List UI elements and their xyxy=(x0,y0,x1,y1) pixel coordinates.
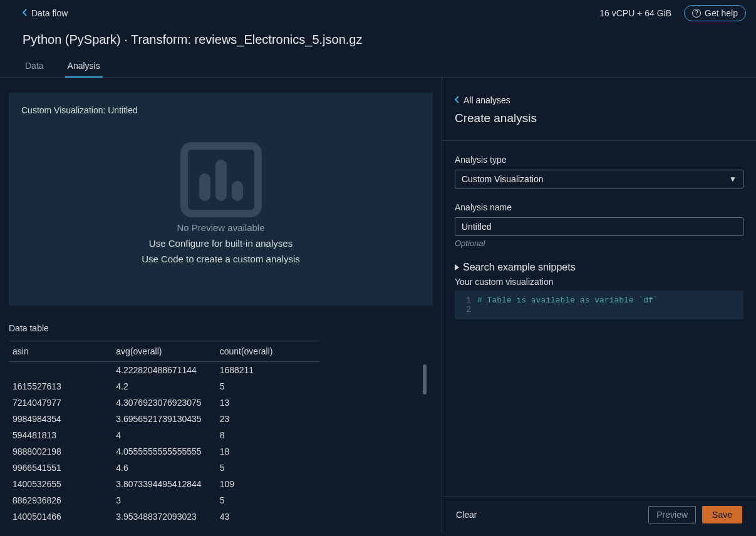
analysis-type-select[interactable]: Custom Visualization ▼ xyxy=(455,170,743,188)
main-split: Custom Visualization: Untitled No Previe… xyxy=(0,78,756,532)
data-table-label: Data table xyxy=(9,323,433,333)
save-button[interactable]: Save xyxy=(702,506,742,523)
hint-configure-text: Use Configure for built-in analyses xyxy=(149,238,293,249)
table-row[interactable]: 886293682635 xyxy=(9,492,319,508)
search-snippets-label: Search example snippets xyxy=(463,262,576,273)
table-cell: 4.0555555555555555 xyxy=(112,443,215,460)
optional-hint: Optional xyxy=(455,239,743,248)
column-header[interactable]: asin xyxy=(9,341,112,362)
data-table: asin avg(overall) count(overall) 4.22282… xyxy=(9,341,319,525)
help-icon: ? xyxy=(692,9,701,18)
chevron-left-icon xyxy=(455,95,460,105)
table-cell: 18 xyxy=(216,443,319,460)
table-cell: 8862936826 xyxy=(9,492,112,508)
table-cell: 9888002198 xyxy=(9,443,112,460)
table-cell: 4.3076923076923075 xyxy=(112,394,215,411)
chevron-left-icon xyxy=(23,8,28,18)
table-row[interactable]: 14005326553.8073394495412844109 xyxy=(9,476,319,492)
table-cell: 3 xyxy=(112,492,215,508)
table-cell: 9966541551 xyxy=(9,460,112,476)
svg-rect-3 xyxy=(232,181,243,201)
top-right-group: 16 vCPU + 64 GiB ? Get help xyxy=(599,5,746,21)
table-row[interactable]: 14005014663.95348837209302343 xyxy=(9,508,319,525)
table-cell: 5 xyxy=(216,460,319,476)
tabs: Data Analysis xyxy=(0,56,756,78)
table-cell: 1615527613 xyxy=(9,378,112,394)
table-row[interactable]: 99849843543.695652173913043523 xyxy=(9,411,319,427)
table-cell: 1400532655 xyxy=(9,476,112,492)
triangle-right-icon xyxy=(455,264,459,271)
chevron-down-icon: ▼ xyxy=(729,175,737,183)
table-row[interactable]: 98880021984.055555555555555518 xyxy=(9,443,319,460)
table-row[interactable]: 16155276134.25 xyxy=(9,378,319,394)
help-label: Get help xyxy=(705,8,738,18)
right-pane: All analyses Create analysis Analysis ty… xyxy=(442,78,756,532)
table-row[interactable]: 99665415514.65 xyxy=(9,460,319,476)
table-row[interactable]: 72140479774.307692307692307513 xyxy=(9,394,319,411)
table-cell: 4.222820488671144 xyxy=(112,362,215,379)
preview-button[interactable]: Preview xyxy=(648,506,696,523)
custom-viz-label: Your custom visualization xyxy=(455,277,743,287)
table-cell: 5 xyxy=(216,492,319,508)
code-editor[interactable]: 1 # Table is available as variable `df` … xyxy=(455,291,743,319)
table-cell: 8 xyxy=(216,427,319,443)
right-buttons: Preview Save xyxy=(648,506,742,523)
table-cell: 3.8073394495412844 xyxy=(112,476,215,492)
analysis-type-value: Custom Visualization xyxy=(462,174,543,184)
table-cell: 1688211 xyxy=(216,362,319,379)
scrollbar[interactable] xyxy=(423,364,427,394)
table-cell xyxy=(9,362,112,379)
line-number: 1 xyxy=(455,296,477,305)
table-cell: 4.2 xyxy=(112,378,215,394)
tab-analysis[interactable]: Analysis xyxy=(65,56,103,77)
back-link-data-flow[interactable]: Data flow xyxy=(23,8,68,18)
table-cell: 1400501466 xyxy=(9,508,112,525)
table-cell: 9984984354 xyxy=(9,411,112,427)
bar-chart-icon xyxy=(180,142,262,217)
code-comment-line: # Table is available as variable `df` xyxy=(477,296,658,305)
svg-rect-1 xyxy=(199,173,210,201)
table-cell: 594481813 xyxy=(9,427,112,443)
line-number: 2 xyxy=(455,305,477,314)
column-header[interactable]: avg(overall) xyxy=(112,341,215,362)
no-preview-text: No Preview available xyxy=(177,222,264,233)
data-table-wrap: asin avg(overall) count(overall) 4.22282… xyxy=(9,341,433,525)
instance-config-text: 16 vCPU + 64 GiB xyxy=(599,8,671,18)
visualization-title: Custom Visualization: Untitled xyxy=(21,105,420,115)
table-cell: 23 xyxy=(216,411,319,427)
create-analysis-title: Create analysis xyxy=(455,111,743,125)
get-help-button[interactable]: ? Get help xyxy=(684,5,746,21)
tab-data[interactable]: Data xyxy=(23,56,46,77)
back-link-label: Data flow xyxy=(31,8,68,18)
page-title: Python (PySpark) · Transform: reviews_El… xyxy=(0,24,756,56)
table-cell: 4.6 xyxy=(112,460,215,476)
table-cell: 109 xyxy=(216,476,319,492)
table-header-row: asin avg(overall) count(overall) xyxy=(9,341,319,362)
all-analyses-label: All analyses xyxy=(463,95,510,105)
hint-code-text: Use Code to create a custom analysis xyxy=(142,254,300,264)
analysis-type-label: Analysis type xyxy=(455,155,743,165)
table-cell: 3.953488372093023 xyxy=(112,508,215,525)
table-cell: 3.6956521739130435 xyxy=(112,411,215,427)
svg-rect-2 xyxy=(215,160,227,201)
visualization-box: Custom Visualization: Untitled No Previe… xyxy=(9,93,433,306)
clear-button[interactable]: Clear xyxy=(456,510,477,520)
table-cell: 5 xyxy=(216,378,319,394)
left-pane: Custom Visualization: Untitled No Previe… xyxy=(0,78,442,532)
table-row[interactable]: 4.2228204886711441688211 xyxy=(9,362,319,379)
all-analyses-link[interactable]: All analyses xyxy=(455,95,743,105)
table-row[interactable]: 59448181348 xyxy=(9,427,319,443)
table-cell: 43 xyxy=(216,508,319,525)
table-cell: 13 xyxy=(216,394,319,411)
analysis-name-input[interactable] xyxy=(455,217,743,236)
top-bar: Data flow 16 vCPU + 64 GiB ? Get help xyxy=(0,0,756,24)
bottom-bar: Clear Preview Save xyxy=(442,497,756,532)
visualization-empty-state: No Preview available Use Configure for b… xyxy=(21,121,420,284)
table-cell: 7214047977 xyxy=(9,394,112,411)
search-snippets-toggle[interactable]: Search example snippets xyxy=(455,262,743,273)
table-cell: 4 xyxy=(112,427,215,443)
column-header[interactable]: count(overall) xyxy=(216,341,319,362)
analysis-name-label: Analysis name xyxy=(455,202,743,212)
divider xyxy=(442,140,756,141)
